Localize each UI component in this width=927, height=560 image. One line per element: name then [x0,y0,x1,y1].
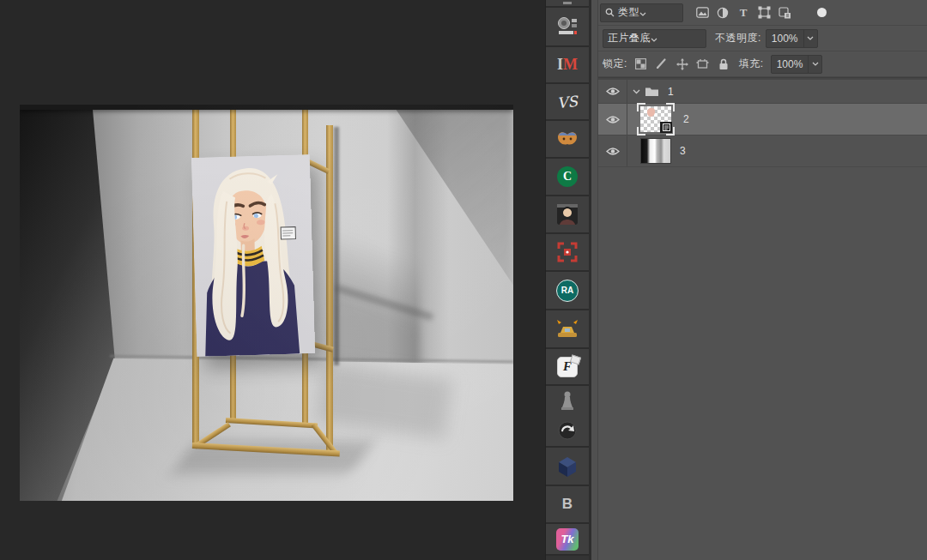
vs-logo: VS [556,92,579,111]
eye-icon [606,87,620,96]
chevron-down-icon [633,89,640,94]
layer-visibility-toggle[interactable] [598,80,627,103]
ra-letters: RA [561,286,573,295]
layer-visibility-toggle[interactable] [598,104,627,135]
gold-post-front-right [326,125,333,455]
photo-top-edge [20,105,513,110]
lock-row: 锁定: 填充: 100% [598,51,927,77]
tk-badge: Tk [556,528,579,551]
lock-label: 锁定: [603,57,627,71]
fill-input[interactable]: 100% [771,55,823,74]
post-hard-shadow [334,127,339,365]
car-plugin-icon[interactable] [546,310,589,349]
layer-filter-row: 类型 T [598,0,927,26]
poster-signature [281,227,295,239]
smart-object-thumbnail [640,106,671,132]
portrait-icon [556,203,579,226]
layer-filter-type-label: 类型 [618,5,639,20]
portrait-plugin-icon[interactable] [546,196,589,234]
chess-pawn-icon [559,389,576,412]
pixel-layer-filter-icon[interactable] [695,5,709,21]
font-badge: F [557,357,578,377]
shape-layer-filter-icon[interactable] [757,5,771,21]
search-icon [605,8,615,17]
chevron-down-icon [639,7,646,19]
chevron-down-icon [651,33,657,45]
adjustment-layer-filter-icon[interactable] [716,5,730,21]
cube-3d-icon [556,455,579,478]
im-plugin-icon[interactable]: I M [546,47,589,84]
group-expander[interactable] [633,89,640,94]
copyright-plugin-icon[interactable]: C [546,159,589,196]
folder-icon [645,86,659,97]
pasteboard [0,0,545,560]
layer-filter-type-dropdown[interactable]: 类型 [600,3,683,22]
panel-divider[interactable] [589,0,598,560]
layer-name[interactable]: 3 [680,145,686,157]
blend-mode-row: 正片叠底 不透明度: 100% [598,26,927,51]
document-canvas[interactable] [20,105,513,501]
filter-kind-buttons: T [695,5,791,21]
plugin-bar: I M VS C [545,0,589,560]
cube-plugin-icon[interactable] [546,448,589,486]
photoshop-workspace: I M VS C [0,0,927,560]
layer-row-group-1[interactable]: 1 [598,80,927,104]
fill-value: 100% [772,58,809,70]
camera-plugin-icon[interactable] [546,8,589,47]
sync-plugin-icon[interactable] [546,415,589,448]
tk-plugin-icon[interactable]: Tk [546,524,589,556]
tk-letters: Tk [560,533,573,545]
car-icon [555,319,579,340]
vs-plugin-icon[interactable]: VS [546,84,589,121]
mask-icon [556,130,579,148]
blend-mode-dropdown[interactable]: 正片叠底 [603,29,706,48]
lock-position-icon[interactable] [676,57,689,72]
registration-plugin-icon[interactable] [546,234,589,272]
sync-circle-icon [557,420,578,441]
thumbnail-content [647,108,655,117]
pixel-layer-thumbnail[interactable] [640,138,671,164]
eye-icon [606,147,620,156]
camera-icon [555,16,579,37]
ra-plugin-icon[interactable]: RA [546,272,589,310]
portrait-illustration [191,154,315,357]
lock-artboard-icon[interactable] [696,57,710,72]
im-letter-m: M [563,56,578,74]
registration-marks-icon [557,242,578,262]
bold-plugin-icon[interactable]: B [546,486,589,524]
layer-row-3[interactable]: 3 [598,135,927,167]
lock-all-icon[interactable] [717,57,730,72]
filter-toggle-pin[interactable] [817,8,827,17]
layer-name[interactable]: 2 [683,113,689,125]
layer-visibility-toggle[interactable] [598,135,627,166]
blend-mode-value: 正片叠底 [608,31,651,45]
lock-pixels-icon[interactable] [655,57,669,72]
im-letter-i: I [557,56,563,74]
smart-object-filter-icon[interactable] [778,5,791,21]
layer-row-2-selected[interactable]: 2 [598,104,927,135]
layer-name[interactable]: 1 [668,86,674,98]
copyright-circle: C [557,166,578,187]
type-layer-filter-icon[interactable]: T [736,5,750,21]
opacity-label: 不透明度: [715,31,761,45]
opacity-scrubber[interactable] [803,30,817,47]
ra-circle: RA [556,280,579,302]
smart-object-badge-icon [660,122,672,133]
chess-plugin-icon[interactable] [546,386,589,415]
fill-scrubber[interactable] [808,56,821,73]
font-plugin-icon[interactable]: F [546,349,589,386]
fill-label: 填充: [739,57,764,71]
partial-plugin-icon[interactable] [546,0,589,8]
layers-panel: 类型 T [598,0,927,560]
opacity-input[interactable]: 100% [766,29,818,48]
layer-thumbnail-selected[interactable] [637,103,675,135]
opacity-value: 100% [766,33,803,45]
lock-transparent-icon[interactable] [634,57,648,72]
poster-artwork [191,154,315,357]
copyright-letter: C [563,170,572,184]
eye-icon [606,115,620,124]
bold-letter: B [562,496,573,513]
mask-plugin-icon[interactable] [546,121,589,159]
